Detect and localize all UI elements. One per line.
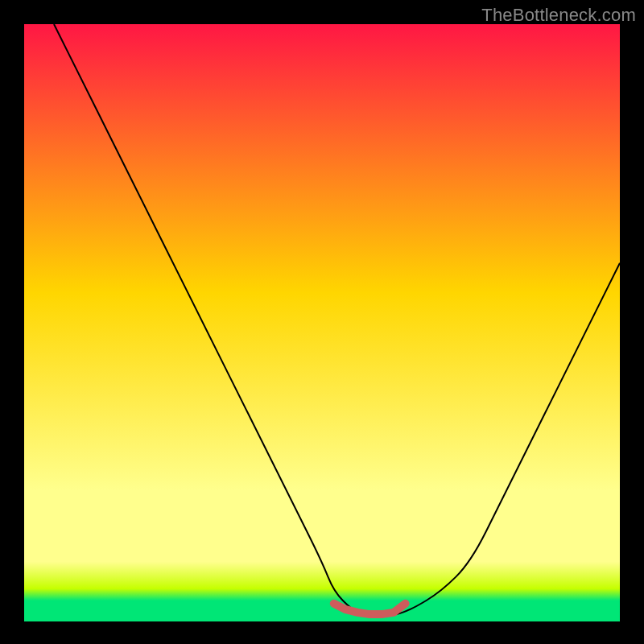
bottleneck-plot: [0, 0, 644, 644]
gradient-background: [24, 24, 620, 621]
chart-canvas: TheBottleneck.com: [0, 0, 644, 644]
watermark-text: TheBottleneck.com: [481, 5, 636, 26]
